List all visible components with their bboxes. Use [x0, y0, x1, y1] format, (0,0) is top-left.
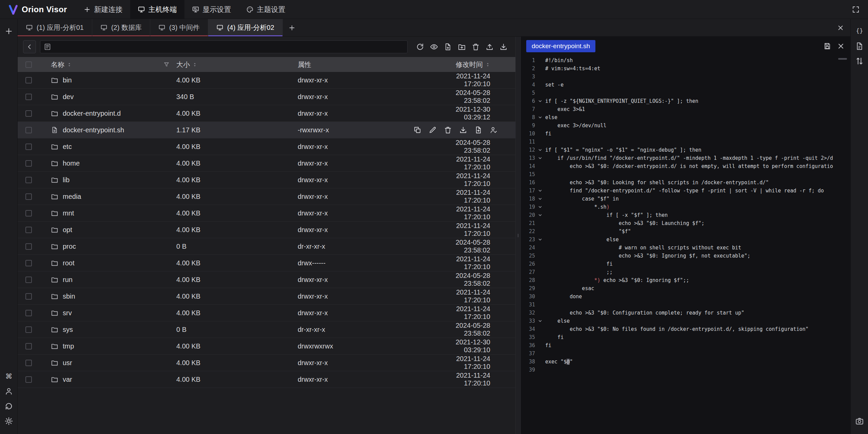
chevron-down-icon	[538, 205, 542, 209]
fold-toggle[interactable]	[535, 213, 545, 218]
file-mtime: 2021-11-24 17:20:10	[453, 222, 515, 238]
show-hidden-button[interactable]	[428, 41, 440, 53]
row-checkbox[interactable]	[25, 210, 32, 216]
row-checkbox[interactable]	[25, 277, 32, 283]
settings-button[interactable]	[3, 415, 15, 427]
row-checkbox[interactable]	[25, 77, 32, 83]
menu-item-theme-settings[interactable]: 主题设置	[239, 0, 293, 19]
remove-button[interactable]	[470, 41, 481, 53]
shortcut-keys-button[interactable]	[3, 370, 15, 382]
refresh-button[interactable]	[414, 41, 426, 53]
close-editor-button[interactable]	[837, 42, 845, 50]
folder-icon	[51, 176, 58, 184]
new-folder-button[interactable]	[456, 41, 468, 53]
table-row[interactable]: usr4.00 KBdrwxr-xr-x2021-11-24 17:20:10	[18, 355, 515, 371]
row-checkbox[interactable]	[25, 144, 32, 150]
sort-button[interactable]	[485, 62, 490, 67]
filter-button[interactable]	[163, 61, 170, 68]
row-checkbox[interactable]	[25, 127, 32, 133]
table-row[interactable]: srv4.00 KBdrwxr-xr-x2021-11-24 17:20:10	[18, 305, 515, 321]
table-row[interactable]: media4.00 KBdrwxr-xr-x2021-11-24 17:20:1…	[18, 188, 515, 205]
back-button[interactable]	[23, 40, 36, 53]
row-checkbox[interactable]	[25, 110, 32, 117]
fold-toggle[interactable]	[535, 99, 545, 103]
delete-button[interactable]	[444, 126, 452, 134]
path-input[interactable]	[40, 40, 408, 53]
tab-1[interactable]: (1) 应用-分析01	[18, 19, 92, 36]
fold-toggle[interactable]	[535, 196, 545, 201]
select-all-checkbox[interactable]	[25, 61, 32, 68]
fold-toggle[interactable]	[535, 156, 545, 161]
table-row[interactable]: tmp4.00 KBdrwxrwxrwx2021-12-30 03:29:10	[18, 338, 515, 355]
copy-path-button[interactable]	[413, 126, 421, 134]
table-row[interactable]: etc4.00 KBdrwxr-xr-x2024-05-28 23:58:02	[18, 138, 515, 155]
edit-button[interactable]	[429, 126, 437, 134]
row-checkbox[interactable]	[25, 193, 32, 200]
fold-toggle[interactable]	[535, 237, 545, 242]
screenshot-button[interactable]	[853, 415, 866, 427]
sftp-files-button[interactable]	[853, 40, 866, 52]
chevron-down-icon	[538, 213, 542, 218]
row-checkbox[interactable]	[25, 326, 32, 333]
table-row[interactable]: run4.00 KBdrwxr-xr-x2024-05-28 23:58:02	[18, 271, 515, 288]
new-file-button[interactable]	[442, 41, 454, 53]
menu-item-display-settings[interactable]: 显示设置	[184, 0, 239, 19]
new-terminal-button[interactable]	[3, 25, 15, 37]
table-row[interactable]: bin4.00 KBdrwxr-xr-x2021-11-24 17:20:10	[18, 72, 515, 89]
editor-scrollbar[interactable]	[838, 58, 847, 60]
save-button[interactable]	[823, 42, 831, 50]
editor-file-tab[interactable]: docker-entrypoint.sh	[526, 40, 595, 52]
table-row[interactable]: dev340 Bdrwxr-xr-x2024-05-28 23:58:02	[18, 89, 515, 105]
add-tab-button[interactable]	[283, 19, 301, 36]
upload-button[interactable]	[484, 41, 495, 53]
code-editor[interactable]: 1#!/bin/sh2# vim:sw=4:ts=4:et34set -e56i…	[521, 56, 850, 434]
table-row[interactable]: lib4.00 KBdrwxr-xr-x2021-11-24 17:20:10	[18, 172, 515, 188]
row-checkbox[interactable]	[25, 310, 32, 316]
table-row[interactable]: docker-entrypoint.sh1.17 KB-rwxrwxr-x	[18, 122, 515, 138]
fold-toggle[interactable]	[535, 148, 545, 152]
row-checkbox[interactable]	[25, 343, 32, 350]
download-button[interactable]	[459, 126, 467, 134]
row-checkbox[interactable]	[25, 94, 32, 100]
download-button[interactable]	[498, 41, 509, 53]
row-checkbox[interactable]	[25, 227, 32, 233]
row-checkbox[interactable]	[25, 260, 32, 266]
table-row[interactable]: opt4.00 KBdrwxr-xr-x2021-11-24 17:20:10	[18, 222, 515, 238]
row-checkbox[interactable]	[25, 160, 32, 167]
panel-resize-handle[interactable]	[515, 37, 521, 434]
auto-sync-button[interactable]	[3, 400, 15, 412]
tab-2[interactable]: (2) 数据库	[92, 19, 150, 36]
table-row[interactable]: sys0 Bdr-xr-xr-x2024-05-28 23:58:02	[18, 321, 515, 338]
user-button[interactable]	[3, 385, 15, 397]
fold-toggle[interactable]	[535, 115, 545, 120]
table-row[interactable]: var4.00 KBdrwxr-xr-x2021-11-24 17:20:10	[18, 371, 515, 388]
table-row[interactable]: mnt4.00 KBdrwxr-xr-x2021-11-24 17:20:10	[18, 205, 515, 222]
row-checkbox[interactable]	[25, 360, 32, 366]
file-name-cell: root	[39, 259, 175, 267]
snippets-button[interactable]	[853, 25, 866, 37]
table-row[interactable]: proc0 Bdr-xr-xr-x2024-05-28 23:58:02	[18, 238, 515, 255]
sort-button[interactable]	[67, 62, 72, 67]
move-button[interactable]	[474, 126, 482, 134]
menu-item-host-terminal[interactable]: 主机终端	[130, 0, 184, 19]
fullscreen-button[interactable]	[850, 3, 862, 16]
transfer-list-button[interactable]	[853, 55, 866, 67]
row-checkbox[interactable]	[25, 177, 32, 183]
table-row[interactable]: home4.00 KBdrwxr-xr-x2021-11-24 17:20:10	[18, 155, 515, 172]
permission-button[interactable]	[490, 126, 498, 134]
tab-4[interactable]: (4) 应用-分析02	[208, 19, 283, 36]
row-checkbox[interactable]	[25, 293, 32, 300]
tab-3[interactable]: (3) 中间件	[150, 19, 208, 36]
row-checkbox[interactable]	[25, 376, 32, 383]
fold-toggle[interactable]	[535, 205, 545, 209]
menu-item-new-connection[interactable]: 新建连接	[76, 0, 130, 19]
row-checkbox[interactable]	[25, 243, 32, 250]
line-number: 25	[521, 253, 535, 259]
table-row[interactable]: sbin4.00 KBdrwxr-xr-x2021-11-24 17:20:10	[18, 288, 515, 305]
table-row[interactable]: root4.00 KBdrwx------2021-11-24 17:20:10	[18, 255, 515, 271]
close-panel-button[interactable]	[831, 19, 850, 36]
fold-toggle[interactable]	[535, 319, 545, 323]
sort-button[interactable]	[192, 62, 197, 67]
table-row[interactable]: docker-entrypoint.d4.00 KBdrwxr-xr-x2021…	[18, 105, 515, 122]
fold-toggle[interactable]	[535, 188, 545, 193]
